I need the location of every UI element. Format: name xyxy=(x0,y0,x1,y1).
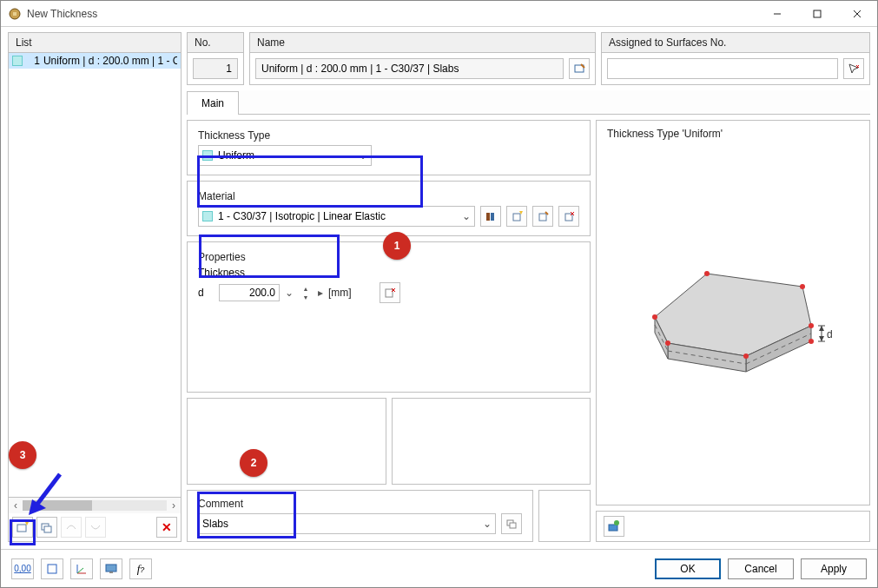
delete-item-button[interactable]: ✕ xyxy=(156,517,177,538)
toolbar-button-3[interactable] xyxy=(61,517,82,538)
properties-section: Properties Thickness d ⌄ ▲▼ ▸ [mm] xyxy=(188,242,590,312)
list-item-number: 1 xyxy=(26,55,40,67)
apply-label: Apply xyxy=(821,563,847,575)
assigned-group: Assigned to Surfaces No. xyxy=(601,32,870,85)
svg-point-48 xyxy=(614,520,619,525)
svg-rect-49 xyxy=(48,565,56,573)
svg-rect-54 xyxy=(109,571,113,573)
list-panel: List 1 Uniform | d : 200.0 mm | 1 - C30/… xyxy=(8,32,182,542)
name-label: Name xyxy=(250,33,595,53)
dialog-body: List 1 Uniform | d : 200.0 mm | 1 - C30/… xyxy=(1,27,877,549)
list-body[interactable]: 1 Uniform | d : 200.0 mm | 1 - C30/ xyxy=(9,53,181,497)
chevron-down-icon: ⌄ xyxy=(462,210,471,222)
comment-field[interactable]: Slabs ⌄ xyxy=(198,513,496,534)
close-button[interactable] xyxy=(837,1,877,27)
thickness-type-select[interactable]: Uniform ⌄ xyxy=(198,145,372,166)
thickness-unit: [mm] xyxy=(328,287,352,299)
assigned-field[interactable] xyxy=(607,58,838,79)
scroll-left-icon[interactable]: ‹ xyxy=(9,499,23,512)
name-field[interactable]: Uniform | d : 200.0 mm | 1 - C30/37 | Sl… xyxy=(255,58,564,79)
svg-line-52 xyxy=(77,568,83,573)
svg-rect-1 xyxy=(13,12,17,16)
tab-main[interactable]: Main xyxy=(187,91,239,115)
name-group: Name Uniform | d : 200.0 mm | 1 - C30/37… xyxy=(249,32,596,85)
dialog-window: New Thickness List 1 Uniform | d : 200.0… xyxy=(0,0,878,588)
chevron-down-icon[interactable]: ⌄ xyxy=(285,287,294,299)
cancel-label: Cancel xyxy=(744,563,776,575)
chevron-down-icon: ⌄ xyxy=(483,518,492,530)
material-new-button[interactable] xyxy=(506,206,527,227)
coord-system-button[interactable] xyxy=(70,558,93,579)
no-field[interactable]: 1 xyxy=(193,58,238,79)
preview-tool-button[interactable] xyxy=(604,516,624,537)
lower-split xyxy=(187,398,591,485)
material-delete-button[interactable] xyxy=(558,206,579,227)
svg-rect-18 xyxy=(539,214,546,221)
scroll-track[interactable] xyxy=(23,500,167,511)
comment-side-box xyxy=(538,490,591,542)
scroll-right-icon[interactable]: › xyxy=(167,499,181,512)
thickness-type-section: Thickness Type Uniform ⌄ xyxy=(188,121,590,175)
comment-row: Comment Slabs ⌄ xyxy=(187,490,591,542)
minimize-button[interactable] xyxy=(757,1,797,27)
preview-column: Thickness Type 'Uniform' xyxy=(596,120,870,542)
svg-rect-14 xyxy=(486,213,490,221)
units-button[interactable] xyxy=(41,558,63,579)
lower-box-left xyxy=(187,398,386,485)
comment-label: Comment xyxy=(198,498,522,510)
svg-point-37 xyxy=(800,284,805,289)
thickness-clear-button[interactable] xyxy=(380,282,400,303)
thickness-sublabel: Thickness xyxy=(198,267,285,279)
app-icon xyxy=(8,7,22,21)
list-item[interactable]: 1 Uniform | d : 200.0 mm | 1 - C30/ xyxy=(9,53,181,69)
material-edit-button[interactable] xyxy=(532,206,553,227)
thickness-input[interactable] xyxy=(219,284,280,301)
svg-point-41 xyxy=(809,339,814,344)
svg-rect-53 xyxy=(106,565,116,571)
decimal-format-button[interactable]: 0,00 xyxy=(11,558,34,579)
material-select[interactable]: 1 - C30/37 | Isotropic | Linear Elastic … xyxy=(198,206,475,227)
apply-button[interactable]: Apply xyxy=(801,558,867,579)
scroll-thumb[interactable] xyxy=(23,500,92,511)
no-group: No. 1 xyxy=(187,32,244,85)
preview-title: Thickness Type 'Uniform' xyxy=(597,121,869,147)
cancel-button[interactable]: Cancel xyxy=(728,558,794,579)
material-value: 1 - C30/37 | Isotropic | Linear Elastic xyxy=(218,210,457,222)
list-header: List xyxy=(9,33,181,53)
comment-browse-button[interactable] xyxy=(501,513,522,534)
color-swatch xyxy=(12,56,23,66)
material-library-button[interactable] xyxy=(480,206,501,227)
function-button[interactable]: f? xyxy=(129,558,152,579)
assigned-label: Assigned to Surfaces No. xyxy=(602,33,869,53)
list-toolbar: ✕ xyxy=(9,513,181,541)
display-button[interactable] xyxy=(100,558,122,579)
color-swatch xyxy=(202,211,213,221)
dialog-button-row: 0,00 f? OK Cancel Apply xyxy=(1,549,877,587)
thickness-stepper[interactable]: ▲▼ xyxy=(299,284,313,301)
preview-canvas[interactable]: d xyxy=(597,147,869,505)
play-icon[interactable]: ▸ xyxy=(318,287,323,299)
list-bottom-area: ‹ › xyxy=(9,497,181,541)
svg-marker-45 xyxy=(819,326,824,331)
tab-main-label: Main xyxy=(201,97,224,109)
pick-surfaces-button[interactable] xyxy=(843,58,864,79)
window-title: New Thickness xyxy=(27,8,757,20)
ok-button[interactable]: OK xyxy=(655,558,721,579)
thickness-type-value: Uniform xyxy=(218,149,353,162)
material-label: Material xyxy=(198,190,579,202)
list-horizontal-scrollbar[interactable]: ‹ › xyxy=(9,498,181,513)
edit-name-button[interactable] xyxy=(569,58,590,79)
svg-point-36 xyxy=(704,271,710,276)
top-header-row: No. 1 Name Uniform | d : 200.0 mm | 1 - … xyxy=(187,32,870,85)
copy-item-button[interactable] xyxy=(36,517,57,538)
maximize-button[interactable] xyxy=(797,1,837,27)
ok-label: OK xyxy=(680,563,695,575)
tab-bar: Main xyxy=(187,90,870,115)
svg-rect-47 xyxy=(609,525,617,531)
svg-rect-27 xyxy=(510,523,516,528)
toolbar-button-4[interactable] xyxy=(85,517,106,538)
new-item-button[interactable] xyxy=(12,517,33,538)
no-value: 1 xyxy=(226,63,232,75)
preview-dim-label: d xyxy=(827,328,833,340)
title-bar: New Thickness xyxy=(1,1,877,27)
